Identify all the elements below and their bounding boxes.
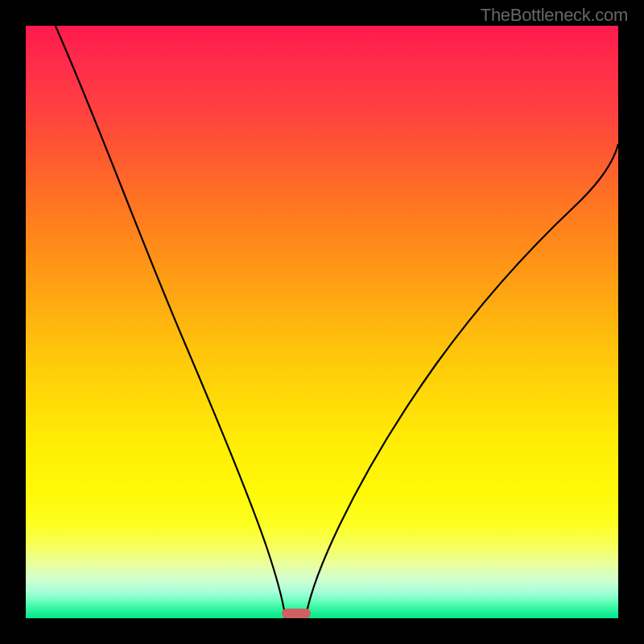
plot-area	[26, 26, 618, 618]
right-curve-path	[306, 144, 619, 618]
curve-layer	[26, 26, 618, 618]
watermark-text: TheBottleneck.com	[481, 5, 628, 26]
left-curve-path	[56, 26, 286, 618]
bottleneck-marker	[282, 609, 311, 618]
chart-frame: TheBottleneck.com	[0, 0, 644, 644]
